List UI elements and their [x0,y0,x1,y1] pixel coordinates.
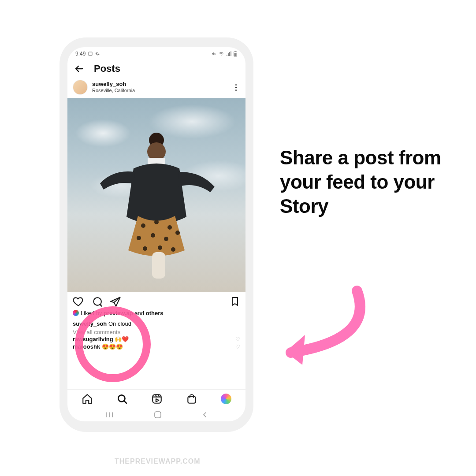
comment-row: marooshk 😍😍😍 ♡ [67,343,245,350]
svg-point-13 [143,246,147,251]
svg-point-10 [151,233,155,238]
post-image[interactable] [67,98,245,292]
battery-icon [233,51,238,57]
search-icon[interactable] [116,393,128,405]
like-icon[interactable] [73,296,84,307]
wifi-icon [218,51,224,56]
arrow-icon [264,282,379,370]
signal-icon [226,51,231,56]
app-header: Posts [67,59,245,79]
comment-row: rawsugarliving 🙌❤️ ♡ [67,335,245,343]
post-action-row [67,292,245,308]
likes-line[interactable]: Liked by preview.ap and others [67,308,245,319]
post-username[interactable]: suwelly_soh [92,81,227,88]
comment-icon[interactable] [91,296,103,307]
back-system-icon[interactable] [202,412,208,418]
comment-text: 😍😍😍 [100,343,123,350]
comment-user[interactable]: marooshk [73,343,100,350]
avatar[interactable] [73,80,88,95]
home-icon[interactable] [82,393,93,405]
caption-text: On cloud [107,320,131,327]
status-bar: 9:49 [67,47,245,59]
status-icon [88,52,93,56]
svg-point-11 [164,237,168,241]
comment-like-icon[interactable]: ♡ [235,336,240,342]
android-system-nav [67,406,245,421]
comment-like-icon[interactable]: ♡ [235,344,240,350]
post-figure [90,120,223,279]
svg-point-9 [137,236,141,240]
caption: suwelly_soh On cloud [67,319,245,329]
view-all-comments[interactable]: View all comments [67,329,245,335]
comment-user[interactable]: rawsugarliving [73,336,113,342]
svg-rect-19 [188,397,195,403]
svg-point-12 [175,231,180,235]
settings-icon [95,52,100,56]
status-time: 9:49 [75,51,86,57]
post-location[interactable]: Roseville, California [92,88,227,93]
header-title: Posts [94,63,120,74]
svg-rect-20 [155,412,161,418]
back-arrow-icon[interactable] [74,63,84,74]
liked-others: others [146,310,164,316]
phone-screen: 9:49 Posts suwelly_soh Roseville, Califo… [67,47,245,421]
share-icon[interactable] [110,296,121,307]
svg-rect-3 [234,53,236,56]
svg-rect-0 [89,52,92,56]
svg-point-8 [167,225,172,230]
svg-point-14 [158,245,162,250]
reels-icon[interactable] [151,393,163,405]
caption-user[interactable]: suwelly_soh [73,320,107,327]
instruction-text: Share a post from your feed to your Stor… [280,145,456,218]
profile-icon[interactable] [221,394,231,404]
bottom-nav [67,389,245,406]
svg-point-7 [154,220,159,224]
svg-point-6 [141,223,145,228]
post-header: suwelly_soh Roseville, California [67,79,245,98]
liked-mid: and [133,310,146,316]
likers-avatar-icon [73,310,79,316]
svg-rect-16 [152,252,165,279]
more-options-icon[interactable] [231,84,240,91]
home-system-icon[interactable] [154,411,162,419]
shop-icon[interactable] [186,393,197,405]
bookmark-icon[interactable] [230,296,240,307]
liked-by-user: preview.ap [104,310,133,316]
mute-icon [211,51,216,56]
phone-frame: 9:49 Posts suwelly_soh Roseville, Califo… [60,37,253,432]
svg-point-15 [171,247,175,252]
recent-apps-icon[interactable] [105,412,114,418]
comment-text: 🙌❤️ [113,336,129,342]
watermark: THEPREVIEWAPP.COM [115,457,201,465]
svg-rect-2 [235,51,236,52]
liked-prefix: Liked by [81,310,104,316]
